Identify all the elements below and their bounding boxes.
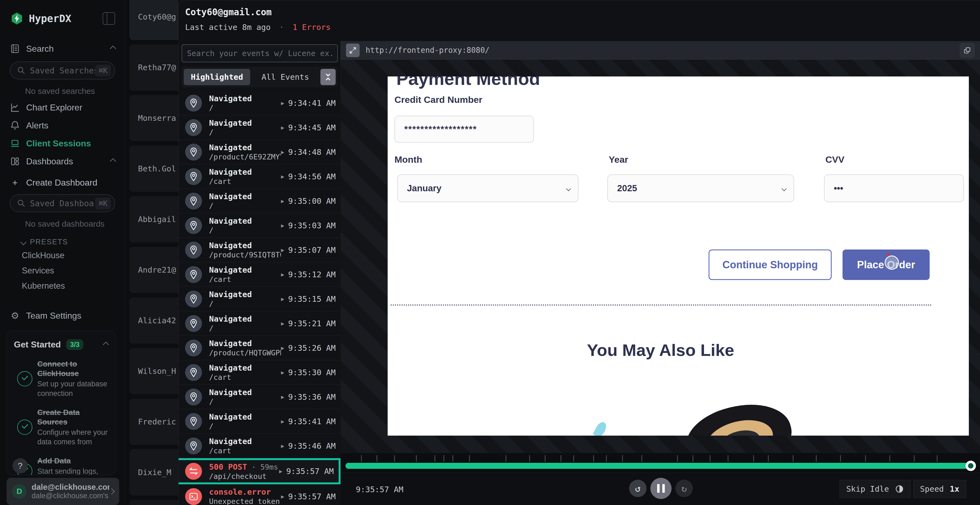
session-card[interactable]: Monserra — [129, 95, 178, 141]
replay-timeline[interactable] — [340, 453, 980, 473]
sidebar-item-dashboards[interactable]: Dashboards — [0, 152, 125, 170]
sidebar-item-client-sessions[interactable]: Client Sessions — [0, 134, 125, 152]
sidebar-item-team-settings[interactable]: ⚙ Team Settings — [0, 306, 125, 325]
play-icon[interactable]: ▶ — [281, 369, 284, 376]
play-icon[interactable]: ▶ — [279, 468, 282, 475]
session-detail-drawer: Coty60@gmail.com Last active 8m ago · 1 … — [178, 0, 980, 505]
sidebar-item-search[interactable]: Search — [0, 40, 125, 58]
cc-number-input[interactable]: ****************** — [395, 116, 534, 143]
event-row[interactable]: Navigated/cart▶9:35:12 AM — [178, 262, 340, 287]
play-icon[interactable]: ▶ — [281, 222, 284, 229]
tab-highlighted[interactable]: Highlighted — [184, 69, 250, 85]
cvv-input[interactable]: ••• — [824, 175, 964, 202]
session-card[interactable]: Alicia42 — [129, 297, 178, 344]
event-row[interactable]: Navigated/▶9:35:00 AM — [178, 189, 340, 213]
sidebar-item-chart-explorer[interactable]: Chart Explorer — [0, 98, 125, 116]
event-row[interactable]: Navigated/product/HQTGWGPNH4▶9:35:26 AM — [178, 336, 340, 360]
play-icon[interactable]: ▶ — [281, 296, 284, 302]
timeline-tick — [506, 455, 506, 462]
event-row[interactable]: Navigated/product/9SIQT8TOJO▶9:35:07 AM — [178, 238, 340, 262]
play-icon[interactable]: ▶ — [281, 173, 284, 180]
year-select[interactable]: 2025 — [607, 175, 794, 202]
event-row[interactable]: Navigated/▶9:34:41 AM — [178, 91, 340, 115]
continue-shopping-button[interactable]: Continue Shopping — [709, 249, 832, 280]
event-row[interactable]: Navigated/cart▶9:35:30 AM — [178, 360, 340, 385]
play-icon[interactable]: ▶ — [281, 271, 284, 278]
bell-icon — [10, 120, 20, 130]
session-card[interactable]: Wilson_H — [129, 348, 178, 394]
presets-toggle[interactable]: PRESETS — [0, 231, 125, 248]
event-row[interactable]: Navigated/cart▶9:34:56 AM — [178, 164, 340, 189]
skip-idle-toggle[interactable]: Skip Idle — [840, 480, 911, 498]
play-icon[interactable]: ▶ — [281, 345, 284, 351]
user-menu[interactable]: D dale@clickhouse.com dale@clickhouse.co… — [6, 478, 119, 505]
event-row[interactable]: Navigated/▶9:35:03 AM — [178, 213, 340, 238]
timeline-track[interactable] — [345, 463, 972, 469]
event-row[interactable]: Navigated/▶9:34:45 AM — [178, 115, 340, 140]
tab-all-events[interactable]: All Events — [250, 69, 320, 85]
collapse-panel-button[interactable] — [320, 69, 336, 85]
events-search-input[interactable]: Search your events w/ Lucene ex. colum — [181, 44, 338, 62]
copy-icon[interactable] — [959, 43, 975, 58]
play-icon[interactable]: ▶ — [281, 320, 284, 327]
sidebar-item-alerts[interactable]: Alerts — [0, 116, 125, 134]
timeline-knob[interactable] — [966, 461, 976, 471]
rewind-button[interactable]: ↺ — [629, 480, 646, 497]
play-icon[interactable]: ▶ — [281, 493, 284, 500]
event-row[interactable]: 500 POST · 59ms/api/checkout▶9:35:57 AM — [178, 458, 340, 484]
month-select[interactable]: January — [397, 175, 579, 202]
forward-button[interactable]: ↻ — [675, 480, 693, 497]
play-icon[interactable]: ▶ — [281, 418, 284, 425]
pause-button[interactable] — [650, 478, 671, 499]
help-button[interactable]: ? — [13, 458, 28, 473]
session-card[interactable]: Retha77@ — [129, 44, 178, 91]
event-row[interactable]: Navigated/▶9:35:21 AM — [178, 311, 340, 336]
shortcut-badge: ⌘K — [95, 65, 111, 76]
session-card-email: Dixie_M — [138, 468, 171, 477]
event-row[interactable]: Navigated/▶9:35:36 AM — [178, 385, 340, 409]
session-card[interactable]: Abbigail — [129, 196, 178, 243]
session-email-title: Coty60@gmail.com — [185, 7, 272, 17]
sidebar: HyperDX Search Saved Searches ⌘K No save… — [0, 0, 125, 505]
session-card[interactable] — [129, 500, 178, 505]
saved-searches-input[interactable]: Saved Searches ⌘K — [10, 62, 115, 79]
event-path: Unexpected token 'I'… — [209, 497, 281, 505]
map-pin-icon — [185, 119, 202, 136]
event-time: 9:35:57 AM — [286, 467, 334, 476]
get-started-item[interactable]: Add Data Start sending logs, metrics, or… — [14, 456, 108, 475]
preset-services[interactable]: Services — [0, 263, 125, 278]
session-card[interactable]: Andre21@ — [129, 247, 178, 293]
event-title: Navigated — [209, 265, 281, 275]
replay-url: http://frontend-proxy:8080/ — [366, 46, 959, 55]
chevron-up-icon[interactable] — [103, 341, 109, 348]
speed-control[interactable]: Speed 1x — [913, 480, 966, 498]
session-card[interactable]: Frederic — [129, 399, 178, 445]
preset-clickhouse[interactable]: ClickHouse — [0, 248, 125, 263]
sidebar-collapse-icon[interactable] — [103, 12, 115, 25]
play-icon[interactable]: ▶ — [281, 394, 284, 400]
fullscreen-icon[interactable] — [346, 43, 360, 57]
timeline-tick — [469, 455, 470, 462]
event-row[interactable]: Navigated/cart▶9:35:46 AM — [178, 434, 340, 458]
play-icon[interactable]: ▶ — [281, 443, 284, 449]
get-started-item[interactable]: Connect to ClickHouse Set up your databa… — [14, 359, 108, 399]
create-dashboard-button[interactable]: + Create Dashboard — [0, 175, 125, 191]
saved-dashboards-input[interactable]: Saved Dashboards ⌘K — [10, 194, 115, 212]
play-icon[interactable]: ▶ — [281, 124, 284, 131]
session-card[interactable]: Coty60@g — [129, 0, 178, 40]
event-path: /api/checkout — [209, 472, 279, 481]
chevron-up-icon — [110, 158, 116, 165]
event-row[interactable]: Navigated/product/6E92ZMYYFZ▶9:34:48 AM — [178, 140, 340, 164]
session-card[interactable]: Beth.Gol — [129, 146, 178, 192]
event-row[interactable]: console.errorUnexpected token 'I'…▶9:35:… — [178, 484, 340, 505]
event-row[interactable]: Navigated/▶9:35:41 AM — [178, 409, 340, 434]
preset-kubernetes[interactable]: Kubernetes — [0, 278, 125, 294]
play-icon[interactable]: ▶ — [281, 247, 284, 253]
play-icon[interactable]: ▶ — [281, 100, 284, 106]
get-started-title: Get Started — [14, 340, 61, 349]
play-icon[interactable]: ▶ — [281, 149, 284, 156]
get-started-item[interactable]: Create Data Sources Configure where your… — [14, 408, 108, 447]
play-icon[interactable]: ▶ — [281, 198, 284, 204]
event-row[interactable]: Navigated/▶9:35:15 AM — [178, 287, 340, 311]
session-card[interactable]: Dixie_M — [129, 449, 178, 495]
